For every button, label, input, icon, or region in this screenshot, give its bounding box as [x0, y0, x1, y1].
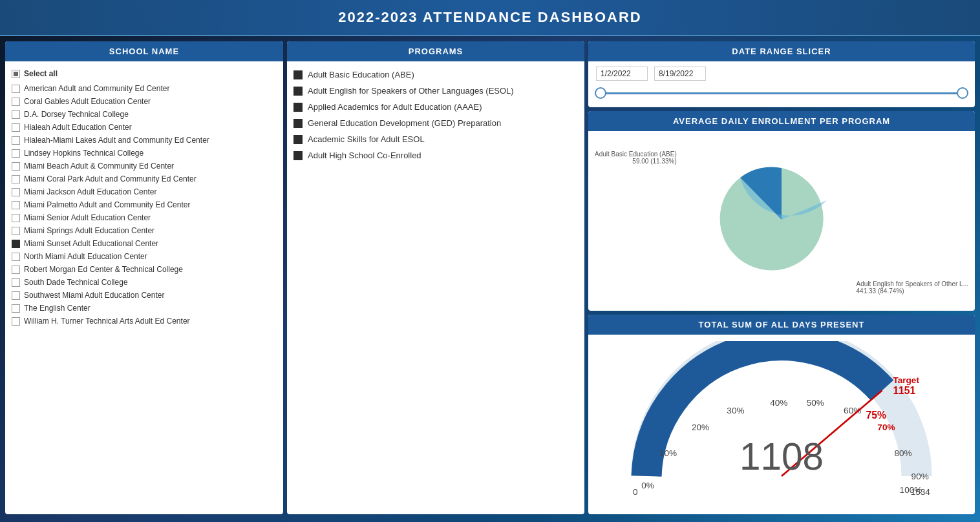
school-checkbox[interactable] — [12, 110, 20, 119]
pie-label-abe-val: 59.00 (11.33%) — [595, 158, 677, 165]
school-name: Southwest Miami Adult Education Center — [24, 291, 164, 300]
program-name: Adult High School Co-Enrolled — [308, 151, 421, 160]
school-checkbox[interactable] — [12, 253, 20, 261]
list-item[interactable]: Miami Beach Adult & Community Ed Center — [12, 160, 277, 172]
gauge-pct-value: 75% — [866, 410, 886, 421]
select-all-label: Select all — [24, 69, 58, 78]
list-item[interactable]: Miami Senior Adult Education Center — [12, 211, 277, 224]
list-item[interactable]: Miami Palmetto Adult and Community Ed Ce… — [12, 198, 277, 211]
pie-label-esol: Adult English for Speakers of Other L...… — [857, 280, 968, 295]
gauge-min-label: 0 — [633, 487, 638, 496]
school-checkbox[interactable] — [12, 136, 20, 145]
list-item[interactable]: William H. Turner Technical Arts Adult E… — [12, 315, 277, 328]
pie-chart-panel: AVERAGE DAILY ENROLLMENT PER PROGRAM Adu… — [588, 111, 975, 311]
school-checkbox[interactable] — [12, 214, 20, 222]
list-item[interactable]: Hialeah-Miami Lakes Adult and Community … — [12, 134, 277, 147]
list-item[interactable]: Coral Gables Adult Education Center — [12, 95, 277, 108]
list-item[interactable]: The English Center — [12, 302, 277, 315]
school-name: North Miami Adult Education Center — [24, 252, 147, 261]
school-name: The English Center — [24, 304, 91, 313]
dashboard-header: 2022-2023 ATTENDANCE DASHBOARD — [0, 0, 980, 36]
school-checkbox[interactable] — [12, 317, 20, 326]
gauge-target-value: 1151 — [893, 385, 915, 396]
school-name: Hialeah-Miami Lakes Adult and Community … — [24, 136, 209, 145]
school-checkbox[interactable] — [12, 278, 20, 287]
school-checkbox[interactable] — [12, 162, 20, 171]
program-name: Applied Academics for Adult Education (A… — [308, 102, 482, 112]
list-item[interactable]: North Miami Adult Education Center — [12, 250, 277, 263]
program-icon — [293, 119, 303, 128]
school-name: Miami Sunset Adult Educational Center — [24, 239, 158, 248]
pie-container: Adult Basic Education (ABE) 59.00 (11.33… — [588, 131, 975, 308]
list-item[interactable]: Southwest Miami Adult Education Center — [12, 289, 277, 302]
school-name: Miami Springs Adult Education Center — [24, 226, 154, 235]
list-item[interactable]: Academic Skills for Adult ESOL — [287, 131, 584, 147]
dashboard-title: 2022-2023 ATTENDANCE DASHBOARD — [338, 9, 642, 25]
date-slicer-header: DATE RANGE SLICER — [588, 41, 975, 61]
list-item[interactable]: Miami Sunset Adult Educational Center — [12, 237, 277, 250]
school-name: South Dade Technical College — [24, 278, 128, 287]
school-checkbox-checked[interactable] — [12, 240, 20, 248]
end-date-input[interactable] — [654, 67, 706, 81]
list-item[interactable]: South Dade Technical College — [12, 276, 277, 289]
list-item[interactable]: Hialeah Adult Education Center — [12, 121, 277, 134]
list-item[interactable]: Lindsey Hopkins Technical College — [12, 147, 277, 160]
school-checkbox[interactable] — [12, 85, 20, 93]
pie-chart-header: AVERAGE DAILY ENROLLMENT PER PROGRAM — [588, 111, 975, 131]
pie-label-esol-name: Adult English for Speakers of Other L... — [857, 280, 968, 287]
list-item[interactable]: Adult English for Speakers of Other Lang… — [287, 83, 584, 99]
list-item[interactable]: Adult Basic Education (ABE) — [287, 67, 584, 83]
school-checkbox[interactable] — [12, 304, 20, 313]
select-all-checkbox[interactable] — [12, 70, 20, 78]
list-item[interactable]: Miami Springs Adult Education Center — [12, 224, 277, 237]
list-item[interactable]: Miami Coral Park Adult and Community Ed … — [12, 172, 277, 185]
school-name: Hialeah Adult Education Center — [24, 123, 132, 132]
program-icon — [293, 103, 303, 112]
gauge-container: 0% 10% 20% 30% 40% 50% 60% 70% 80% 90% 1… — [588, 335, 975, 511]
school-checkbox[interactable] — [12, 123, 20, 132]
school-name: Miami Palmetto Adult and Community Ed Ce… — [24, 200, 190, 209]
school-checkbox[interactable] — [12, 201, 20, 209]
list-item[interactable]: Robert Morgan Ed Center & Technical Coll… — [12, 263, 277, 276]
list-item[interactable]: Adult High School Co-Enrolled — [287, 147, 584, 163]
list-item[interactable]: Miami Jackson Adult Education Center — [12, 185, 277, 198]
slider-thumb-right[interactable] — [957, 87, 968, 99]
start-date-input[interactable] — [596, 67, 648, 81]
gauge-pct-90: 90% — [911, 472, 929, 481]
slider-thumb-left[interactable] — [595, 87, 606, 99]
program-name: Academic Skills for Adult ESOL — [308, 134, 425, 144]
school-name: William H. Turner Technical Arts Adult E… — [24, 317, 190, 326]
programs-panel: PROGRAMS Adult Basic Education (ABE) Adu… — [287, 41, 584, 514]
pie-label-esol-val: 441.33 (84.74%) — [857, 287, 968, 295]
school-checkbox[interactable] — [12, 149, 20, 158]
school-name: Miami Senior Adult Education Center — [24, 213, 151, 222]
main-content: SCHOOL NAME Select all American Adult an… — [0, 36, 980, 519]
program-name: General Education Development (GED) Prep… — [308, 118, 501, 128]
school-checkbox[interactable] — [12, 227, 20, 235]
program-icon — [293, 135, 303, 144]
school-name: Miami Jackson Adult Education Center — [24, 187, 156, 196]
school-name: American Adult and Community Ed Center — [24, 84, 169, 93]
gauge-chart-panel: TOTAL SUM OF ALL DAYS PRESENT 0% 10% 20%… — [588, 315, 975, 514]
list-item[interactable]: Applied Academics for Adult Education (A… — [287, 99, 584, 115]
right-panel: DATE RANGE SLICER AVERAGE DAILY ENROLLME… — [588, 41, 975, 514]
list-item[interactable]: General Education Development (GED) Prep… — [287, 115, 584, 131]
gauge-pct-20: 20% — [692, 423, 709, 432]
select-all-row[interactable]: Select all — [12, 67, 277, 82]
school-checkbox[interactable] — [12, 291, 20, 300]
date-slider[interactable] — [588, 83, 975, 107]
list-item[interactable]: American Adult and Community Ed Center — [12, 82, 277, 95]
date-slicer-panel: DATE RANGE SLICER — [588, 41, 975, 107]
date-inputs — [588, 61, 975, 83]
school-checkbox[interactable] — [12, 266, 20, 274]
school-checkbox[interactable] — [12, 188, 20, 196]
school-name: Miami Beach Adult & Community Ed Center — [24, 162, 174, 171]
school-checkbox[interactable] — [12, 175, 20, 183]
pie-label-abe: Adult Basic Education (ABE) 59.00 (11.33… — [595, 151, 677, 165]
school-checkbox[interactable] — [12, 98, 20, 106]
gauge-target-label: Target — [893, 375, 919, 385]
program-name: Adult Basic Education (ABE) — [308, 70, 414, 79]
program-name: Adult English for Speakers of Other Lang… — [308, 86, 514, 96]
list-item[interactable]: D.A. Dorsey Technical College — [12, 108, 277, 121]
slider-fill — [596, 92, 967, 94]
